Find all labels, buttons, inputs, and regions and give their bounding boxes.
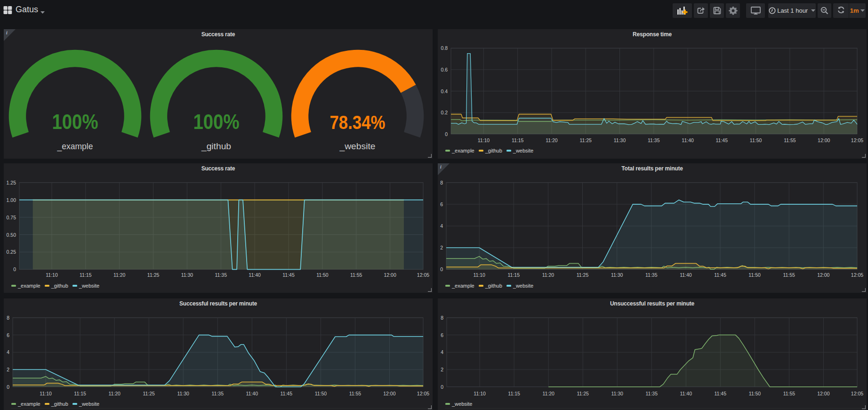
svg-text:11:35: 11:35 <box>646 391 658 396</box>
svg-text:1.00: 1.00 <box>7 197 16 203</box>
svg-text:11:20: 11:20 <box>108 391 121 396</box>
svg-text:11:55: 11:55 <box>350 272 362 278</box>
svg-text:11:40: 11:40 <box>249 272 261 278</box>
svg-text:2: 2 <box>440 245 443 250</box>
svg-text:_github: _github <box>201 141 231 152</box>
svg-text:8: 8 <box>440 180 443 185</box>
svg-text:12:00: 12:00 <box>817 272 829 278</box>
svg-text:11:45: 11:45 <box>716 137 728 143</box>
svg-text:8: 8 <box>441 315 443 321</box>
svg-text:0.25: 0.25 <box>7 249 16 255</box>
svg-text:11:10: 11:10 <box>46 272 58 278</box>
svg-text:11:45: 11:45 <box>715 391 727 396</box>
svg-text:11:30: 11:30 <box>181 272 193 278</box>
svg-text:12:00: 12:00 <box>383 391 395 396</box>
svg-text:8: 8 <box>7 315 9 321</box>
svg-text:11:25: 11:25 <box>579 137 592 143</box>
svg-text:11:55: 11:55 <box>783 391 796 396</box>
svg-text:12:05: 12:05 <box>851 391 863 396</box>
svg-text:11:15: 11:15 <box>512 137 524 143</box>
svg-text:11:25: 11:25 <box>577 272 589 278</box>
svg-text:11:15: 11:15 <box>508 272 520 278</box>
svg-text:11:55: 11:55 <box>784 137 796 143</box>
svg-text:11:45: 11:45 <box>282 272 295 278</box>
svg-text:11:50: 11:50 <box>750 137 762 143</box>
svg-text:11:55: 11:55 <box>349 391 362 396</box>
svg-text:11:20: 11:20 <box>546 137 558 143</box>
svg-text:6: 6 <box>440 201 443 207</box>
svg-text:11:25: 11:25 <box>143 391 155 396</box>
svg-text:2: 2 <box>441 367 443 372</box>
svg-text:11:15: 11:15 <box>74 391 86 396</box>
svg-text:0.2: 0.2 <box>441 110 448 115</box>
svg-text:11:30: 11:30 <box>611 272 623 278</box>
svg-text:11:45: 11:45 <box>281 391 293 396</box>
svg-text:11:30: 11:30 <box>177 391 189 396</box>
svg-text:11:35: 11:35 <box>212 391 224 396</box>
svg-text:11:50: 11:50 <box>749 391 761 396</box>
svg-text:78.34%: 78.34% <box>330 111 386 133</box>
svg-text:11:20: 11:20 <box>113 272 126 278</box>
svg-text:0: 0 <box>13 266 16 272</box>
svg-text:11:40: 11:40 <box>246 391 258 396</box>
svg-text:6: 6 <box>7 332 9 338</box>
svg-text:0.50: 0.50 <box>7 232 16 238</box>
svg-text:0.4: 0.4 <box>441 88 448 94</box>
svg-text:_example: _example <box>57 141 93 152</box>
svg-text:11:40: 11:40 <box>682 137 694 143</box>
svg-text:11:20: 11:20 <box>542 272 555 278</box>
svg-text:11:10: 11:10 <box>473 272 485 278</box>
svg-text:11:25: 11:25 <box>577 391 589 396</box>
svg-text:12:00: 12:00 <box>384 272 396 278</box>
svg-text:11:50: 11:50 <box>315 391 327 396</box>
svg-text:6: 6 <box>441 332 443 338</box>
svg-text:11:40: 11:40 <box>680 391 692 396</box>
svg-text:11:25: 11:25 <box>147 272 160 278</box>
svg-text:12:05: 12:05 <box>417 272 429 278</box>
svg-text:11:20: 11:20 <box>542 391 555 396</box>
svg-text:0: 0 <box>440 266 443 272</box>
svg-text:11:35: 11:35 <box>645 272 658 278</box>
svg-text:1.25: 1.25 <box>7 180 16 185</box>
svg-text:12:05: 12:05 <box>851 137 863 143</box>
svg-text:11:35: 11:35 <box>215 272 227 278</box>
svg-text:0: 0 <box>445 131 448 137</box>
svg-text:11:35: 11:35 <box>648 137 660 143</box>
svg-text:0.75: 0.75 <box>7 215 16 220</box>
svg-text:11:40: 11:40 <box>680 272 692 278</box>
svg-text:12:05: 12:05 <box>417 391 429 396</box>
svg-text:4: 4 <box>7 349 9 355</box>
svg-text:11:30: 11:30 <box>611 391 623 396</box>
svg-text:12:00: 12:00 <box>818 137 830 143</box>
svg-text:11:50: 11:50 <box>316 272 329 278</box>
svg-text:11:15: 11:15 <box>508 391 520 396</box>
svg-text:2: 2 <box>7 367 9 372</box>
svg-text:12:00: 12:00 <box>817 391 829 396</box>
svg-text:11:10: 11:10 <box>40 391 52 396</box>
svg-text:11:55: 11:55 <box>783 272 795 278</box>
svg-text:100%: 100% <box>193 110 240 133</box>
svg-text:4: 4 <box>441 349 443 355</box>
svg-text:11:50: 11:50 <box>748 272 761 278</box>
svg-text:11:45: 11:45 <box>714 272 726 278</box>
svg-text:100%: 100% <box>52 110 98 133</box>
svg-text:0.6: 0.6 <box>441 67 448 72</box>
svg-text:11:30: 11:30 <box>614 137 626 143</box>
svg-text:11:10: 11:10 <box>474 391 486 396</box>
svg-text:0: 0 <box>441 384 443 390</box>
svg-text:4: 4 <box>440 223 443 229</box>
svg-text:0: 0 <box>7 384 9 390</box>
svg-text:_website: _website <box>339 141 375 152</box>
svg-text:0.8: 0.8 <box>441 45 448 51</box>
svg-text:12:05: 12:05 <box>851 272 863 278</box>
svg-text:11:10: 11:10 <box>478 137 490 143</box>
svg-text:11:15: 11:15 <box>80 272 92 278</box>
